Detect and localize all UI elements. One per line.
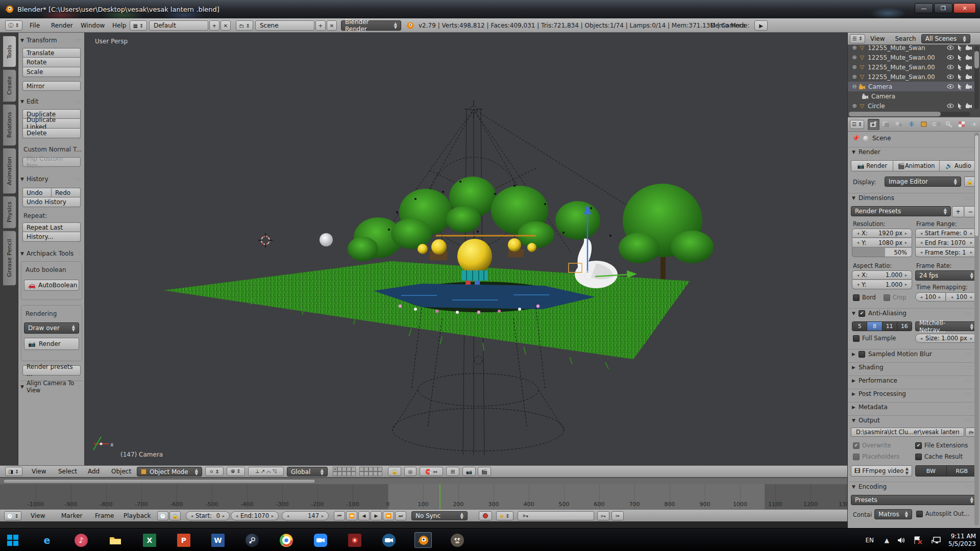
expand-icon[interactable]: ⊕ <box>851 64 858 70</box>
viewport-shading-selector[interactable]: ⚪ ⇕ <box>205 467 224 476</box>
render-button[interactable]: 📷 Render <box>851 160 893 171</box>
scene-icon[interactable]: 🗀 ⇕ <box>236 20 253 31</box>
rgb-button[interactable]: RGB <box>947 466 977 476</box>
tab-object[interactable] <box>918 119 930 130</box>
clock[interactable]: 9:11 AM5/5/2023 <box>948 529 976 551</box>
outliner-item[interactable]: Camera <box>848 91 974 101</box>
frame-step-prop[interactable]: ◂Frame Step: 1▸ <box>915 248 977 257</box>
aa-sample-11[interactable]: 11 <box>883 322 897 331</box>
preset-add-button[interactable]: + <box>952 206 964 217</box>
panel-archipack[interactable]: ▼Archipack Tools:: <box>20 249 83 258</box>
pivot-point-selector[interactable]: 🞋 ⇕ <box>227 467 245 476</box>
visibility-eye-icon[interactable] <box>947 84 954 89</box>
selectability-cursor-icon[interactable] <box>957 55 962 61</box>
mirror-button[interactable]: Mirror <box>22 81 81 91</box>
layout-delete-button[interactable]: ✕ <box>220 20 231 31</box>
tab-physics[interactable] <box>968 119 980 130</box>
steam-icon[interactable] <box>243 532 261 548</box>
outliner-hscrollbar[interactable] <box>849 112 970 116</box>
placeholders-checkbox[interactable] <box>853 454 860 460</box>
container-selector[interactable]: Matros▲▼ <box>874 509 912 519</box>
history-menu-button[interactable]: History... <box>22 232 81 242</box>
timeline-marker-menu[interactable]: Marker <box>56 512 87 519</box>
renderability-camera-icon[interactable] <box>965 64 972 70</box>
undo-button[interactable]: Undo <box>22 188 52 197</box>
mode-selector[interactable]: Object Mode▲▼ <box>137 467 202 477</box>
visibility-eye-icon[interactable] <box>947 64 954 70</box>
action-center-icon[interactable] <box>914 529 924 551</box>
edge-icon[interactable]: e <box>38 532 56 548</box>
autoboolean-button[interactable]: 🚗AutoBoolean <box>24 280 79 291</box>
tab-world[interactable] <box>905 119 917 130</box>
playhead[interactable] <box>439 484 440 509</box>
panel-history[interactable]: ▼History:::: <box>20 174 83 184</box>
tab-render[interactable] <box>868 119 879 130</box>
outliner-item[interactable]: ⊕▽Circle <box>848 101 974 111</box>
aa-sample-16[interactable]: 16 <box>897 322 912 331</box>
word-icon[interactable]: W <box>209 532 227 548</box>
timeline-canvas[interactable]: -1000-900-800-700-600-500-400-300-200-10… <box>0 484 847 509</box>
panel-output[interactable]: ▼Output:::: <box>848 415 976 425</box>
lock-to-scene-icon[interactable]: 🔒 <box>388 467 401 476</box>
outliner-search-menu[interactable]: Search <box>890 35 921 42</box>
tab-physics[interactable]: Physics <box>3 196 16 229</box>
volume-icon[interactable] <box>897 529 906 551</box>
resolution-y-field[interactable]: ◂Y:1080 px▸ <box>852 238 912 247</box>
full-sample-checkbox[interactable] <box>853 335 860 342</box>
translate-button[interactable]: Translate <box>22 48 81 58</box>
panel-encoding[interactable]: ▼Encoding:::: <box>848 482 976 491</box>
active-keying-set-field[interactable]: 🗝 <box>518 511 594 520</box>
panel-transform[interactable]: ▼Transform:::: <box>20 36 83 45</box>
layers-grid-1[interactable] <box>333 467 356 476</box>
add-menu[interactable]: Add <box>83 468 105 475</box>
timeline-scrollbar[interactable] <box>0 478 847 484</box>
resolution-x-field[interactable]: ◂X:1920 px▸ <box>852 229 912 238</box>
selectability-cursor-icon[interactable] <box>957 103 962 109</box>
maximize-button[interactable]: ❐ <box>934 3 952 13</box>
render-presets-button[interactable]: Render presets ... <box>22 365 81 375</box>
outliner-editor-icon[interactable]: ☰ ⇕ <box>850 34 865 43</box>
jump-to-end-button[interactable]: ⏭ <box>395 511 406 520</box>
tab-grease-pencil[interactable]: Grease Pencil <box>3 231 16 286</box>
start-frame-field[interactable]: ◂Start:0▸ <box>186 511 230 520</box>
renderability-camera-icon[interactable] <box>965 55 972 60</box>
outliner-vscrollbar[interactable] <box>974 46 979 109</box>
resolution-percentage-slider[interactable]: 50% <box>852 248 912 257</box>
render-presets-selector[interactable]: Render Presets▲▼ <box>851 206 951 216</box>
layers-grid-2[interactable] <box>359 467 382 476</box>
pin-icon[interactable]: 📌 <box>852 135 860 142</box>
play-button[interactable]: ▶ <box>371 511 382 520</box>
tab-modifiers[interactable] <box>943 119 955 130</box>
tab-render-layers[interactable] <box>880 119 892 130</box>
next-keyframe-button[interactable]: ⏩ <box>383 511 394 520</box>
play-reverse-button[interactable]: ◀ <box>358 511 370 520</box>
panel-metadata[interactable]: ▶Metadata:::: <box>848 402 976 412</box>
layout-add-button[interactable]: + <box>209 20 219 31</box>
properties-scrollbar[interactable] <box>974 133 979 525</box>
preview-range-icon[interactable]: 🕐 <box>157 511 168 520</box>
select-menu[interactable]: Select <box>53 468 82 475</box>
renderability-camera-icon[interactable] <box>965 74 972 80</box>
panel-align-camera[interactable]: ▼Align Camera To View:: <box>20 381 83 392</box>
file-extensions-checkbox[interactable] <box>915 442 922 449</box>
aspect-y-field[interactable]: ◂Y:1.000▸ <box>852 280 912 289</box>
jump-to-start-button[interactable]: ⏮ <box>334 511 345 520</box>
animation-button[interactable]: 🎬Animation <box>893 160 939 171</box>
menu-window[interactable]: Window <box>76 22 110 29</box>
remap-old-field[interactable]: ◂100▸ <box>915 292 946 302</box>
outliner-item[interactable]: ⊕▽12255_Mute_Swan.00 <box>848 62 974 72</box>
render-still-icon[interactable]: 📷 <box>462 467 476 476</box>
visibility-eye-icon[interactable] <box>947 103 954 109</box>
outliner-view-menu[interactable]: View <box>865 35 890 42</box>
panel-performance[interactable]: ▶Performance:::: <box>848 375 976 385</box>
aspect-x-field[interactable]: ◂X:1.000▸ <box>852 270 912 280</box>
delete-keyframe-icon[interactable]: ✂ <box>611 511 624 520</box>
language-indicator[interactable]: EN <box>865 529 874 551</box>
scene-delete-button[interactable]: ✕ <box>327 20 337 31</box>
panel-render[interactable]: ▼Render:::: <box>848 147 976 157</box>
motion-blur-checkbox[interactable] <box>859 351 865 358</box>
outliner-item[interactable]: ⊕▽12255_Mute_Swan.00 <box>848 72 974 82</box>
tab-animation[interactable]: Animation <box>3 148 16 194</box>
timeline-view-menu[interactable]: View <box>26 512 50 519</box>
display-lock-icon[interactable]: 🔓 <box>964 177 975 187</box>
